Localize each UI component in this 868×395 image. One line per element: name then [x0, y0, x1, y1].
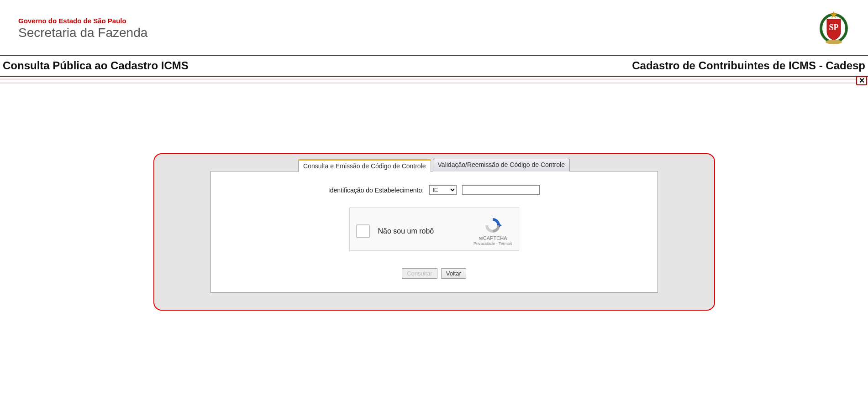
- recaptcha-checkbox[interactable]: [356, 224, 370, 238]
- recaptcha-sep: -: [495, 241, 499, 246]
- close-button[interactable]: ✕: [856, 76, 867, 85]
- identificacao-select[interactable]: IE: [429, 185, 457, 195]
- header-branding: Governo do Estado de São Paulo Secretari…: [18, 17, 147, 40]
- decor-stripe-band: ✕: [0, 77, 868, 85]
- identificacao-input[interactable]: [462, 185, 540, 195]
- recaptcha-left: Não sou um robô: [356, 224, 434, 238]
- page-header: Governo do Estado de São Paulo Secretari…: [0, 0, 868, 52]
- identificacao-label: Identificação do Estabelecimento:: [328, 187, 424, 194]
- sp-coat-of-arms-icon: SP: [818, 9, 850, 47]
- main-panel: Consulta e Emissão de Código de Controle…: [153, 153, 715, 311]
- recaptcha-icon: [484, 216, 502, 234]
- recaptcha-branding: reCAPTCHA Privacidade - Termos: [473, 216, 512, 246]
- recaptcha-label: Não sou um robô: [378, 227, 434, 235]
- tab-validacao-reemissao[interactable]: Validação/Reemissão de Código de Control…: [433, 159, 570, 172]
- svg-point-4: [826, 40, 842, 44]
- close-icon: ✕: [859, 77, 865, 84]
- recaptcha-privacy-link[interactable]: Privacidade: [473, 241, 495, 246]
- page-title-left: Consulta Pública ao Cadastro ICMS: [3, 59, 189, 72]
- svg-text:SP: SP: [829, 23, 838, 32]
- title-bar: Consulta Pública ao Cadastro ICMS Cadast…: [0, 56, 868, 77]
- identificacao-row: Identificação do Estabelecimento: IE: [220, 185, 648, 195]
- svg-marker-5: [499, 223, 502, 227]
- form-buttons: Consultar Voltar: [220, 268, 648, 279]
- recaptcha-brand: reCAPTCHA: [479, 235, 507, 241]
- tab-consulta-emissao[interactable]: Consulta e Emissão de Código de Controle: [298, 159, 431, 172]
- form-area: Identificação do Estabelecimento: IE Não…: [210, 171, 658, 293]
- gov-line: Governo do Estado de São Paulo: [18, 17, 147, 25]
- consultar-button[interactable]: Consultar: [402, 268, 437, 279]
- recaptcha-links: Privacidade - Termos: [473, 241, 512, 246]
- recaptcha-terms-link[interactable]: Termos: [499, 241, 512, 246]
- tabs-container: Consulta e Emissão de Código de Controle…: [154, 159, 714, 172]
- spacer: [0, 85, 868, 153]
- secretaria-line: Secretaria da Fazenda: [18, 26, 147, 40]
- page-title-right: Cadastro de Contribuintes de ICMS - Cade…: [632, 59, 865, 72]
- tabs: Consulta e Emissão de Código de Controle…: [298, 159, 570, 172]
- voltar-button[interactable]: Voltar: [441, 268, 466, 279]
- recaptcha-widget: Não sou um robô reCAPTCHA Privacidade - …: [349, 208, 519, 251]
